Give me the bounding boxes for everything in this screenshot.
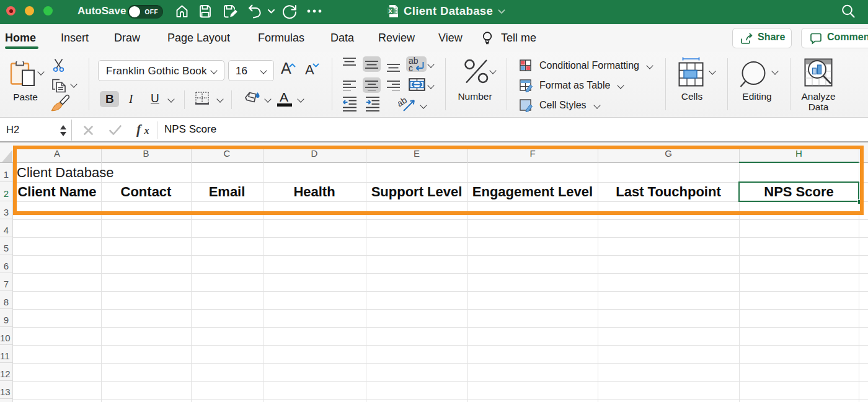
- svg-text:c: c: [409, 63, 413, 72]
- svg-text:X: X: [388, 8, 392, 14]
